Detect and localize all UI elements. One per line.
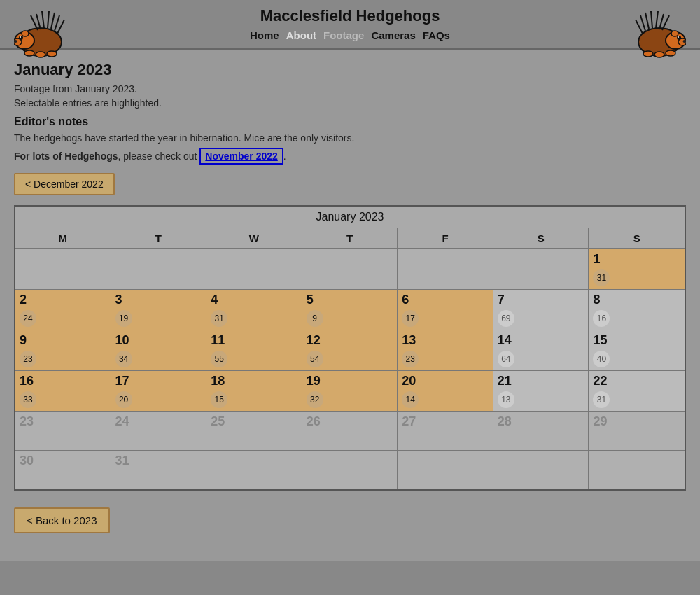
cell-day: 6 [402, 293, 489, 307]
cell-day: 16 [20, 374, 106, 388]
cell-day: 29 [593, 414, 680, 429]
cell-count: 64 [498, 351, 514, 368]
calendar-cell [493, 249, 589, 289]
editors-notes-text: The hedgehogs have started the year in h… [14, 132, 686, 144]
calendar-cell [493, 451, 589, 489]
cell-day: 26 [307, 414, 393, 429]
calendar-cell[interactable]: 1815 [206, 371, 302, 411]
svg-point-22 [678, 36, 679, 38]
november-link[interactable]: November 2022 [200, 148, 284, 164]
calendar-cell [302, 451, 398, 489]
cell-day: 10 [115, 333, 202, 348]
calendar-cell: 769 [493, 290, 589, 330]
calendar-cell: 26 [302, 412, 398, 450]
cal-header-mon: M [15, 228, 111, 248]
calendar-cell[interactable]: 1034 [111, 330, 207, 370]
calendar-cell [589, 451, 685, 489]
svg-line-7 [42, 11, 44, 28]
main-content: January 2023 Footage from January 2023. … [0, 50, 700, 561]
calendar-cell: 24 [111, 412, 207, 450]
cell-count: 19 [115, 310, 132, 327]
calendar-cell [111, 249, 207, 289]
hedgehogs-link-line: For lots of Hedgehogs, please check out … [14, 150, 686, 162]
cell-count: 33 [20, 391, 36, 408]
svg-point-16 [22, 31, 29, 36]
cell-day: 11 [211, 333, 298, 348]
prev-month-button[interactable]: < December 2022 [14, 173, 115, 195]
cell-day: 1 [593, 252, 680, 267]
svg-point-14 [36, 52, 46, 57]
svg-line-27 [640, 15, 645, 31]
cell-day: 22 [593, 374, 680, 388]
calendar-cell[interactable]: 319 [111, 290, 207, 330]
svg-point-15 [47, 51, 57, 57]
cell-day: 9 [20, 333, 106, 348]
main-nav: Home About Footage Cameras FAQs [250, 29, 450, 41]
cell-count: 15 [211, 391, 227, 408]
cell-day: 27 [402, 414, 489, 429]
cell-count: 31 [593, 391, 610, 408]
cell-day: 13 [402, 333, 489, 348]
nav-home[interactable]: Home [250, 29, 279, 41]
header-center: Macclesfield Hedgehogs Home About Footag… [250, 7, 450, 41]
cell-count: 31 [593, 270, 610, 286]
nav-footage[interactable]: Footage [323, 29, 364, 41]
calendar-cell: 28 [493, 412, 589, 450]
calendar-cell [206, 451, 302, 489]
cell-day: 3 [115, 293, 202, 307]
cell-day: 23 [20, 414, 106, 429]
nav-faqs[interactable]: FAQs [423, 29, 450, 41]
calendar-cell[interactable]: 1633 [15, 371, 111, 411]
cell-count: 31 [211, 310, 227, 327]
calendar-cell[interactable]: 59 [302, 290, 398, 330]
calendar-cell[interactable]: 1720 [111, 371, 207, 411]
cell-day: 20 [402, 374, 489, 388]
cal-header-tue: T [111, 228, 207, 248]
cell-day: 18 [211, 374, 298, 388]
nav-cameras[interactable]: Cameras [371, 29, 415, 41]
cal-header-sat: S [493, 228, 589, 248]
link-line-middle: , please check out [118, 150, 200, 162]
calendar-row: 131 [15, 249, 685, 290]
link-line-suffix: . [284, 150, 286, 162]
calendar-cell[interactable]: 923 [15, 330, 111, 370]
cell-day: 7 [498, 293, 584, 307]
calendar-cell[interactable]: 224 [15, 290, 111, 330]
calendar-cell: 25 [206, 412, 302, 450]
cell-count: 16 [593, 310, 610, 327]
calendar-row: 22431943159617769816 [15, 290, 685, 330]
cell-count: 23 [20, 351, 36, 368]
calendar-row: 1633172018151932201421132231 [15, 371, 685, 412]
svg-line-28 [636, 20, 643, 34]
nav-about[interactable]: About [286, 29, 316, 41]
cell-count: 9 [307, 310, 323, 327]
cell-day: 17 [115, 374, 202, 388]
calendar-cell[interactable]: 1254 [302, 330, 398, 370]
calendar-cell: 1540 [589, 330, 685, 370]
calendar-cell[interactable]: 2014 [398, 371, 493, 411]
cell-count: 13 [498, 391, 514, 408]
calendar-cell[interactable]: 131 [589, 249, 685, 289]
cell-count: 14 [402, 391, 419, 408]
back-to-year-button[interactable]: < Back to 2023 [14, 507, 110, 533]
calendar-cell[interactable]: 1323 [398, 330, 493, 370]
calendar-cell[interactable]: 617 [398, 290, 493, 330]
calendar-cell [398, 451, 493, 489]
hedgehog-left-icon [14, 7, 70, 62]
calendar-cell [398, 249, 493, 289]
calendar-cell[interactable]: 1155 [206, 330, 302, 370]
calendar-cell[interactable]: 1932 [302, 371, 398, 411]
cell-day: 28 [498, 414, 584, 429]
calendar-cell: 29 [589, 412, 685, 450]
calendar-cell: 23 [15, 412, 111, 450]
calendar-row: 3031 [15, 451, 685, 489]
cell-day: 4 [211, 293, 298, 307]
link-line-prefix: For lots of Hedgehogs [14, 150, 118, 162]
calendar-cell[interactable]: 431 [206, 290, 302, 330]
calendar-cell: 27 [398, 412, 493, 450]
cell-count: 55 [211, 351, 227, 368]
subtitle2: Selectable entries are highlighted. [14, 97, 686, 108]
calendar: January 2023 M T W T F S S 1312243194315… [14, 205, 686, 491]
svg-line-8 [48, 11, 49, 28]
cal-header-fri: F [398, 228, 493, 248]
